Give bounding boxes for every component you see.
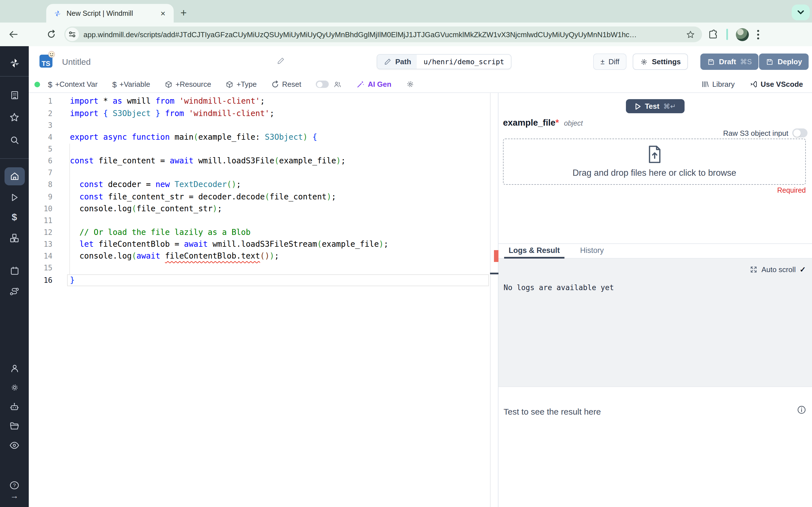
url-bar[interactable]: app.windmill.dev/scripts/add#JTdCJTIyaGF… (64, 26, 702, 42)
no-logs-message: No logs are available yet (504, 283, 614, 292)
edit-title-pencil-icon[interactable] (277, 57, 285, 65)
sidebar-item-schedules[interactable] (9, 265, 20, 277)
extensions-puzzle-icon[interactable] (708, 29, 718, 40)
script-title-input[interactable]: Untitled (62, 57, 91, 66)
sidebar-item-folders[interactable] (9, 420, 20, 432)
sidebar-item-help[interactable]: ? (9, 480, 20, 491)
auto-scroll-control[interactable]: Auto scroll ✓ (750, 265, 806, 274)
package-icon (226, 80, 234, 88)
sidebar-item-audit-logs[interactable] (9, 439, 20, 451)
dollar-icon: $ (112, 80, 117, 89)
sidebar-item-variables[interactable]: $ (9, 212, 20, 223)
plus-minus-icon: ± (601, 57, 605, 66)
tab-search-button[interactable] (792, 4, 810, 20)
logs-section: Logs & Result History Auto scroll ✓ No l… (499, 243, 812, 387)
add-resource-button[interactable]: +Resource (165, 80, 211, 89)
test-shortcut: ⌘↵ (663, 102, 676, 110)
draft-button[interactable]: Draft ⌘S (700, 54, 758, 70)
raw-s3-toggle[interactable] (792, 128, 808, 137)
gear-icon (640, 58, 648, 66)
editor-gutter: 12345678910111213141516 (29, 96, 52, 286)
bookmark-star-icon[interactable] (686, 30, 695, 39)
info-icon[interactable] (797, 405, 806, 414)
magic-wand-icon (356, 80, 365, 89)
sidebar-item-settings[interactable] (9, 382, 20, 393)
toolbar-separator (726, 29, 728, 40)
result-section: Test to see the result here (499, 386, 812, 507)
chevron-down-icon (797, 10, 804, 15)
person-icon (9, 363, 19, 374)
sidebar-item-workspace[interactable] (9, 90, 20, 101)
sidebar-item-home[interactable] (9, 171, 20, 182)
library-button[interactable]: Library (701, 80, 735, 89)
tab-close-icon[interactable]: × (158, 8, 168, 18)
expand-icon (750, 266, 758, 273)
code-editor[interactable]: 12345678910111213141516 import * as wmil… (29, 93, 490, 507)
svg-text:?: ? (13, 482, 16, 488)
argument-type: object (564, 119, 583, 127)
sidebar-item-users[interactable] (9, 363, 20, 374)
site-settings-icon[interactable] (65, 27, 79, 41)
browser-toolbar: app.windmill.dev/scripts/add#JTdCJTIyaGF… (0, 22, 812, 46)
forward-button[interactable] (22, 31, 42, 38)
profile-avatar[interactable] (736, 28, 749, 41)
editor-code[interactable]: import * as wmill from 'windmill-client'… (70, 96, 389, 286)
editor-toolbar: $ +Context Var $ +Variable +Resource +Ty… (29, 76, 812, 93)
diff-button[interactable]: ± Diff (593, 54, 627, 70)
add-context-var-button[interactable]: $ +Context Var (48, 80, 98, 89)
settings-button[interactable]: Settings (633, 54, 688, 70)
raw-s3-row: Raw S3 object input (499, 128, 808, 137)
add-type-button[interactable]: +Type (226, 80, 257, 89)
browser-tab-strip: New Script | Windmill × + (0, 0, 812, 22)
ai-gen-button[interactable]: AI Gen (356, 80, 391, 89)
add-variable-button[interactable]: $ +Variable (112, 80, 150, 89)
folder-icon (9, 420, 20, 431)
raw-s3-label: Raw S3 object input (723, 129, 788, 137)
use-vscode-button[interactable]: Use VScode (749, 80, 803, 89)
sidebar-item-runs[interactable] (9, 191, 20, 203)
argument-name: example_file* (503, 118, 559, 128)
play-icon (10, 192, 19, 202)
dollar-icon: $ (12, 212, 17, 223)
file-dropzone[interactable]: Drag and drop files here or click to bro… (503, 138, 806, 185)
sidebar-item-search[interactable] (9, 135, 20, 146)
browser-tab[interactable]: New Script | Windmill × (46, 4, 174, 22)
logs-tabs: Logs & Result History (499, 244, 812, 259)
tab-logs-result[interactable]: Logs & Result (506, 246, 562, 258)
vscode-icon (749, 80, 758, 89)
browser-menu-kebab-icon[interactable] (757, 29, 760, 40)
toggle-knob (793, 129, 801, 136)
splitter-handle[interactable] (490, 272, 499, 274)
url-text[interactable]: app.windmill.dev/scripts/add#JTdCJTIyaGF… (84, 30, 686, 39)
eye-icon (9, 440, 20, 450)
reload-button[interactable] (42, 30, 61, 39)
calendar-icon (9, 266, 19, 276)
deploy-button[interactable]: Deploy (759, 54, 809, 70)
multiplayer-toggle[interactable] (316, 80, 342, 88)
sidebar-item-workers[interactable] (9, 401, 20, 412)
test-button[interactable]: Test ⌘↵ (626, 99, 684, 113)
path-value[interactable]: u/henri/demo_script (417, 55, 511, 69)
edit-path-pencil-icon (384, 58, 391, 65)
file-upload-icon (647, 145, 662, 163)
screen: New Script | Windmill × + (0, 0, 812, 507)
new-tab-button[interactable]: + (181, 7, 187, 19)
gear-icon (9, 383, 19, 393)
required-label: Required (499, 186, 806, 194)
toggle-track[interactable] (316, 80, 329, 88)
editor-panel-splitter[interactable] (490, 93, 499, 507)
reset-button[interactable]: Reset (271, 80, 301, 89)
editor-settings-button[interactable] (406, 80, 414, 89)
sidebar-item-worker-groups[interactable] (9, 286, 20, 297)
refresh-icon (271, 80, 279, 88)
library-icon (701, 80, 709, 89)
sidebar-item-favorites[interactable] (9, 112, 20, 123)
back-button[interactable] (3, 31, 22, 38)
path-chip[interactable]: Path u/henri/demo_script (377, 54, 511, 69)
tab-history[interactable]: History (578, 246, 606, 258)
windmill-logo-icon[interactable] (9, 57, 20, 69)
argument-row: example_file* object (503, 118, 583, 128)
sidebar-item-resources[interactable] (9, 232, 20, 243)
sidebar-expand-button[interactable]: → (9, 490, 20, 501)
preview-panel: Test ⌘↵ example_file* object Raw S3 obje… (499, 93, 812, 507)
